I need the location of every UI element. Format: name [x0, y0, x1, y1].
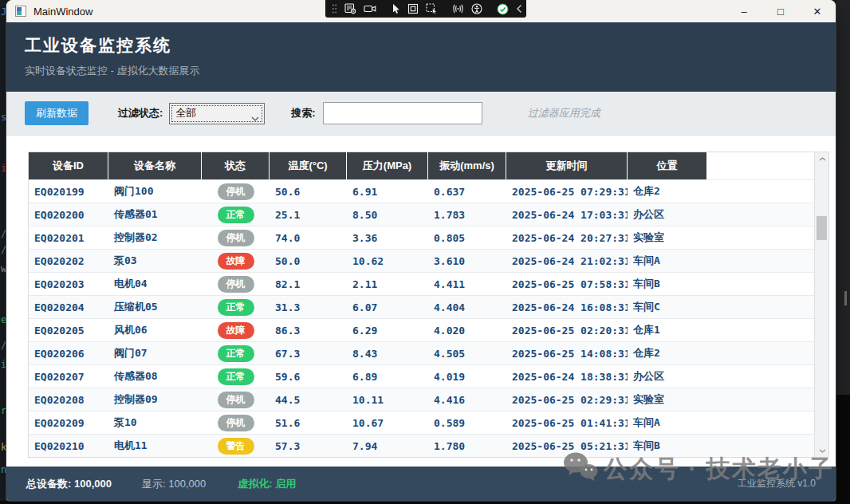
location-cell: 办公区 [628, 369, 707, 384]
id-cell: EQ020201 [29, 232, 108, 244]
table-row[interactable]: EQ020204压缩机05正常31.36.074.4042025-06-24 1… [29, 295, 828, 318]
table-row[interactable]: EQ020200传感器01正常25.18.501.7832025-06-24 1… [29, 203, 828, 226]
status-badge: 停机 [218, 415, 254, 431]
id-cell: EQ020205 [29, 325, 108, 337]
status-cell: 停机 [202, 276, 270, 293]
grip-dots[interactable] [332, 0, 337, 18]
id-cell: EQ020206 [29, 348, 108, 360]
check-circle-icon[interactable] [497, 0, 509, 18]
status-badge: 停机 [218, 230, 254, 246]
id-cell: EQ020199 [29, 186, 108, 198]
name-cell: 控制器09 [108, 392, 202, 407]
updated-cell: 2025-06-25 14:08:31 [506, 348, 628, 360]
status-cell: 停机 [202, 230, 270, 246]
table-row[interactable]: EQ020207传感器08正常59.66.894.0192025-06-24 1… [29, 364, 828, 388]
updated-cell: 2025-06-25 05:21:31 [506, 440, 628, 452]
temp-cell: 50.0 [270, 255, 347, 267]
table-row[interactable]: EQ020210电机11警告57.37.941.7802025-06-25 05… [29, 434, 828, 457]
vibration-cell: 0.805 [428, 232, 506, 244]
table-scrollbar[interactable] [814, 152, 828, 457]
status-cell: 警告 [202, 438, 270, 455]
column-header[interactable]: 位置 [628, 152, 706, 179]
page-subtitle: 实时设备状态监控 - 虚拟化大数据展示 [25, 64, 836, 78]
table-row[interactable]: EQ020201控制器02停机74.03.360.8052025-06-24 2… [29, 226, 828, 249]
name-cell: 阀门100 [108, 184, 202, 199]
scroll-up-arrow[interactable] [815, 152, 829, 165]
temp-cell: 31.3 [270, 301, 347, 313]
status-badge: 警告 [218, 438, 254, 455]
table-row[interactable]: EQ020205风机06故障86.36.294.0202025-06-25 02… [29, 318, 828, 341]
column-header[interactable]: 状态 [202, 152, 269, 179]
column-header[interactable]: 温度(°C) [270, 152, 346, 179]
total-devices-stat: 总设备数: 100,000 [26, 477, 112, 491]
column-header[interactable]: 设备名称 [108, 152, 201, 179]
id-cell: EQ020204 [29, 301, 108, 313]
column-header[interactable]: 压力(MPa) [347, 152, 427, 179]
table-row[interactable]: EQ020206阀门07正常67.38.434.5052025-06-25 14… [29, 341, 828, 364]
updated-cell: 2025-06-25 01:41:31 [506, 417, 628, 429]
updated-cell: 2025-06-25 02:29:31 [506, 394, 628, 406]
pressure-cell: 8.43 [347, 348, 428, 360]
table-header-row: 设备ID设备名称状态温度(°C)压力(MPa)振动(mm/s)更新时间位置 [29, 152, 828, 179]
equipment-table: 设备ID设备名称状态温度(°C)压力(MPa)振动(mm/s)更新时间位置 EQ… [28, 152, 829, 458]
camera-icon[interactable] [364, 0, 376, 18]
location-cell: 车间B [628, 439, 707, 453]
vibration-cell: 1.783 [428, 209, 506, 221]
name-cell: 控制器02 [108, 230, 202, 245]
updated-cell: 2025-06-24 16:08:31 [506, 301, 628, 313]
vibration-cell: 4.416 [428, 394, 506, 406]
scrollbar-thumb[interactable] [817, 216, 827, 240]
pressure-cell: 3.36 [347, 232, 428, 244]
status-footer: 总设备数: 100,000 显示: 100,000 虚拟化: 启用 工业监控系统… [6, 467, 836, 501]
minimize-button[interactable]: – [726, 0, 762, 22]
table-row[interactable]: EQ020203电机04停机82.12.114.4112025-06-25 07… [29, 272, 828, 295]
record-list-icon[interactable] [344, 0, 356, 18]
table-row[interactable]: EQ020208控制器09停机44.510.114.4162025-06-25 … [29, 388, 828, 411]
filter-status-label: 过滤状态: [118, 106, 163, 120]
status-badge: 故障 [218, 253, 254, 270]
temp-cell: 50.6 [270, 186, 347, 198]
status-cell: 停机 [202, 415, 270, 431]
status-cell: 停机 [202, 183, 270, 200]
search-input[interactable] [323, 102, 482, 124]
updated-cell: 2025-06-25 07:29:31 [506, 186, 628, 198]
background-bottom-strip [0, 501, 850, 504]
total-devices-value: 100,000 [74, 478, 112, 490]
location-cell: 办公区 [628, 207, 707, 222]
table-row[interactable]: EQ020209泵10停机51.610.670.5892025-06-25 01… [29, 411, 828, 434]
background-scrollbar-thumb [844, 291, 847, 305]
status-filter-value: 全部 [175, 106, 196, 120]
scroll-down-arrow[interactable] [815, 444, 829, 457]
refresh-data-button[interactable]: 刷新数据 [25, 101, 89, 125]
id-cell: EQ020203 [29, 278, 108, 290]
accessibility-icon[interactable] [471, 0, 482, 18]
location-cell: 仓库2 [628, 346, 707, 360]
table-row[interactable]: EQ020199阀门100停机50.66.910.6372025-06-25 0… [29, 179, 828, 203]
status-badge: 正常 [218, 368, 254, 385]
column-header[interactable]: 更新时间 [506, 152, 627, 179]
filter-status-message: 过滤器应用完成 [528, 106, 600, 120]
collapse-chevron-icon[interactable] [516, 0, 522, 18]
pressure-cell: 8.50 [347, 209, 428, 221]
cursor-frame-icon[interactable] [426, 0, 438, 18]
frame-icon[interactable] [407, 0, 419, 18]
status-badge: 停机 [218, 183, 254, 200]
name-cell: 泵10 [108, 415, 202, 430]
cursor-icon[interactable] [391, 0, 400, 18]
gesture-icon[interactable] [452, 0, 464, 18]
status-badge: 故障 [218, 322, 254, 339]
id-cell: EQ020210 [29, 440, 108, 452]
column-header[interactable]: 振动(mm/s) [428, 152, 506, 179]
app-icon [15, 6, 26, 17]
table-body: EQ020199阀门100停机50.66.910.6372025-06-25 0… [29, 179, 828, 457]
page-title: 工业设备监控系统 [25, 34, 836, 57]
virtualization-stat: 虚拟化: 启用 [238, 477, 296, 491]
maximize-button[interactable]: □ [762, 0, 799, 22]
table-row[interactable]: EQ020202泵03故障50.010.623.6102025-06-24 21… [29, 249, 828, 272]
window-title: MainWindow [33, 6, 92, 18]
status-badge: 正常 [218, 299, 254, 316]
column-header[interactable]: 设备ID [29, 152, 108, 179]
close-button[interactable]: ✕ [799, 0, 836, 22]
capture-toolbar[interactable] [325, 0, 526, 18]
status-filter-select[interactable]: 全部 [169, 103, 265, 124]
